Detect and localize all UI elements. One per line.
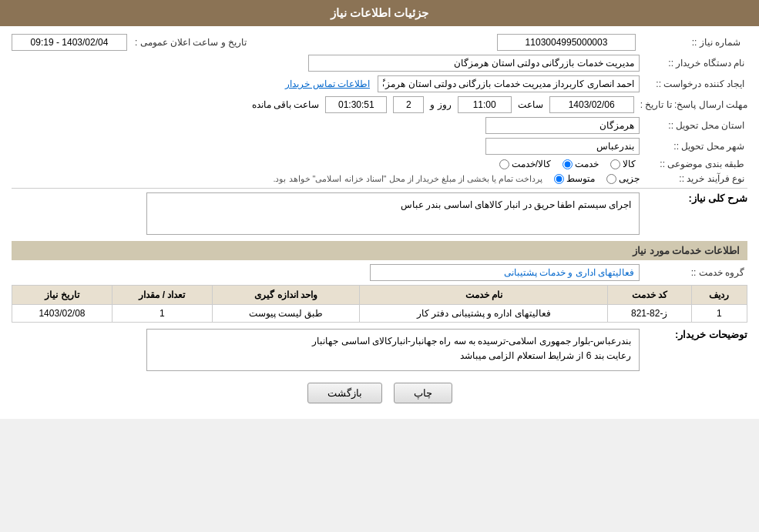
buyer-org-input[interactable] bbox=[308, 55, 640, 72]
process-row: نوع فرآیند خرید : جزیی متوسط پرداخت تمام… bbox=[12, 173, 747, 184]
service-group-row: گروه خدمت : bbox=[12, 264, 747, 281]
col-header-unit: واحد اندازه گیری bbox=[212, 286, 360, 305]
city-label: شهر محل تحویل : bbox=[647, 141, 747, 152]
page-title: جزئیات اطلاعات نیاز bbox=[331, 6, 428, 19]
col-header-date: تاریخ نیاز bbox=[12, 286, 113, 305]
button-row: چاپ بازگشت bbox=[12, 383, 747, 403]
need-description-label: شرح کلی نیاز: bbox=[647, 192, 747, 204]
need-number-row: شماره نیاز : تاریخ و ساعت اعلان عمومی : bbox=[12, 34, 747, 51]
services-section-title: اطلاعات خدمات مورد نیاز bbox=[12, 241, 747, 260]
process-jozvi-option[interactable]: جزیی bbox=[606, 173, 640, 184]
page-container: جزئیات اطلاعات نیاز شماره نیاز : تاریخ و… bbox=[0, 0, 759, 419]
process-mutavasset-label: متوسط bbox=[566, 173, 595, 184]
buyer-notes-line2: رعایت بند 6 از شرایط استعلام الزامی میبا… bbox=[155, 349, 631, 363]
process-mutavasset-radio[interactable] bbox=[554, 174, 564, 184]
province-row: استان محل تحویل : bbox=[12, 117, 747, 134]
process-jozvi-label: جزیی bbox=[619, 173, 640, 184]
province-label: استان محل تحویل : bbox=[647, 120, 747, 131]
cell-date: 1403/02/08 bbox=[12, 305, 113, 323]
main-content: شماره نیاز : تاریخ و ساعت اعلان عمومی : … bbox=[0, 26, 759, 419]
back-button[interactable]: بازگشت bbox=[307, 383, 382, 403]
buyer-notes-box: بندرعباس-بلوار جمهوری اسلامی-ترسیده به س… bbox=[146, 329, 640, 371]
col-header-name: نام خدمت bbox=[360, 286, 607, 305]
col-header-count: تعداد / مقدار bbox=[112, 286, 212, 305]
category-khadamat-option[interactable]: خدمت bbox=[563, 159, 599, 169]
deadline-row: مهلت ارسال پاسخ: تا تاریخ : ساعت روز و س… bbox=[12, 96, 747, 113]
creator-row: ایجاد کننده درخواست : اطلاعات تماس خریدا… bbox=[12, 75, 747, 92]
announce-datetime-label: تاریخ و ساعت اعلان عمومی : bbox=[135, 37, 247, 48]
buyer-notes-row: توضیحات خریدار: بندرعباس-بلوار جمهوری اس… bbox=[12, 329, 747, 371]
buyer-notes-label: توضیحات خریدار: bbox=[647, 329, 747, 340]
deadline-time-input[interactable] bbox=[458, 96, 512, 113]
deadline-label: مهلت ارسال پاسخ: تا تاریخ : bbox=[640, 99, 747, 110]
col-header-code: کد خدمت bbox=[607, 286, 691, 305]
category-radio-group: کالا خدمت کالا/خدمت bbox=[499, 159, 636, 169]
deadline-days-label: روز و bbox=[430, 99, 451, 110]
announce-datetime-input[interactable] bbox=[12, 34, 127, 51]
services-table: ردیف کد خدمت نام خدمت واحد اندازه گیری ت… bbox=[12, 285, 747, 323]
deadline-time-label: ساعت bbox=[518, 99, 543, 110]
process-jozvi-radio[interactable] bbox=[606, 174, 616, 184]
category-kala-khadamat-option[interactable]: کالا/خدمت bbox=[499, 159, 551, 169]
cell-code: ز-82-821 bbox=[607, 305, 691, 323]
cell-row: 1 bbox=[691, 305, 747, 323]
process-label: نوع فرآیند خرید : bbox=[647, 173, 747, 184]
print-button[interactable]: چاپ bbox=[394, 383, 452, 403]
deadline-remaining-input[interactable] bbox=[325, 96, 387, 113]
city-input[interactable] bbox=[485, 138, 640, 155]
need-number-input[interactable] bbox=[497, 34, 636, 51]
category-kala-label: کالا bbox=[623, 159, 636, 169]
deadline-date-input[interactable] bbox=[549, 96, 634, 113]
cell-count: 1 bbox=[112, 305, 212, 323]
category-label: طبقه بندی موضوعی : bbox=[647, 159, 747, 169]
category-kala-radio[interactable] bbox=[610, 159, 620, 169]
need-number-label: شماره نیاز : bbox=[643, 37, 744, 48]
deadline-remaining-label: ساعت باقی مانده bbox=[252, 99, 320, 110]
need-description-text: اجرای سیستم اطفا حریق در انبار کالاهای ا… bbox=[401, 199, 631, 210]
process-mutavasset-option[interactable]: متوسط bbox=[554, 173, 595, 184]
buyer-org-label: نام دستگاه خریدار : bbox=[647, 58, 747, 69]
service-group-input[interactable] bbox=[370, 264, 640, 281]
need-description-box: اجرای سیستم اطفا حریق در انبار کالاهای ا… bbox=[146, 192, 640, 235]
deadline-days-input[interactable] bbox=[393, 96, 424, 113]
city-row: شهر محل تحویل : bbox=[12, 138, 747, 155]
province-input[interactable] bbox=[485, 117, 640, 134]
service-group-label: گروه خدمت : bbox=[647, 267, 747, 278]
category-khadamat-label: خدمت bbox=[575, 159, 599, 169]
buyer-org-row: نام دستگاه خریدار : bbox=[12, 55, 747, 72]
table-row: 1 ز-82-821 فعالیتهای اداره و پشتیبانی دف… bbox=[12, 305, 747, 323]
buyer-notes-line1: بندرعباس-بلوار جمهوری اسلامی-ترسیده به س… bbox=[155, 334, 631, 349]
creator-input[interactable] bbox=[378, 75, 640, 92]
process-description: پرداخت تمام یا بخشی از مبلغ خریدار از مح… bbox=[273, 174, 542, 184]
cell-unit: طبق لیست پیوست bbox=[212, 305, 360, 323]
category-khadamat-radio[interactable] bbox=[563, 159, 573, 169]
contact-info-link[interactable]: اطلاعات تماس خریدار bbox=[285, 79, 370, 89]
category-kala-khadamat-label: کالا/خدمت bbox=[512, 159, 551, 169]
col-header-row: ردیف bbox=[691, 286, 747, 305]
category-kala-option[interactable]: کالا bbox=[610, 159, 636, 169]
category-kala-khadamat-radio[interactable] bbox=[499, 159, 509, 169]
process-options: جزیی متوسط پرداخت تمام یا بخشی از مبلغ خ… bbox=[273, 173, 640, 184]
cell-name: فعالیتهای اداره و پشتیبانی دفتر کار bbox=[360, 305, 607, 323]
page-header: جزئیات اطلاعات نیاز bbox=[0, 0, 759, 26]
need-description-row: شرح کلی نیاز: اجرای سیستم اطفا حریق در ا… bbox=[12, 192, 747, 235]
category-row: طبقه بندی موضوعی : کالا خدمت کالا/خدمت bbox=[12, 159, 747, 169]
creator-label: ایجاد کننده درخواست : bbox=[647, 79, 747, 89]
